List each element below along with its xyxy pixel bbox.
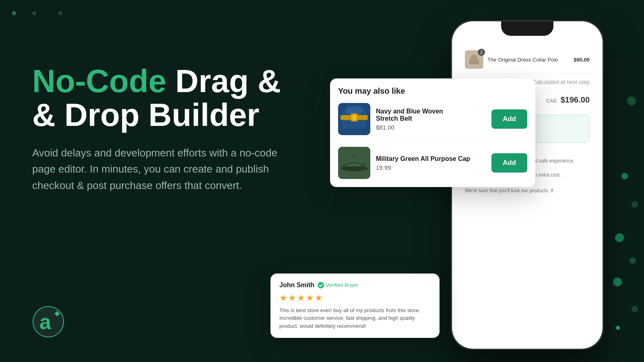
cap-product-name: Military Green All Purpose Cap: [376, 155, 486, 162]
belt-product-info: Navy and Blue WovenStretch Belt $81.00: [376, 108, 486, 131]
cart-item-left: 2 The Original Dress Collar Polo: [465, 50, 558, 69]
shipping-value: Calculated at next step: [533, 79, 590, 85]
cap-product-image: [338, 147, 370, 179]
logo: a: [32, 306, 64, 338]
popup-product-1: Navy and Blue WovenStretch Belt $81.00 A…: [338, 103, 527, 141]
belt-product-price: $81.00: [376, 124, 486, 131]
cart-thumb-wrapper: 2: [465, 50, 483, 69]
total-currency: CAD: [546, 98, 557, 104]
belt-product-image: [338, 103, 370, 135]
svg-text:a: a: [39, 310, 52, 333]
svg-rect-12: [346, 106, 362, 114]
cap-add-button[interactable]: Add: [491, 153, 527, 173]
popup-product-2: Military Green All Purpose Cap 19.99 Add: [338, 147, 527, 179]
belt-product-name: Navy and Blue WovenStretch Belt: [376, 108, 486, 122]
cart-badge: 2: [478, 49, 485, 56]
verified-label: Verified Buyer: [326, 282, 358, 288]
review-card: John Smith Verified Buyer ★★★★★ This is …: [270, 274, 440, 338]
verified-badge: Verified Buyer: [318, 282, 358, 288]
svg-rect-15: [353, 115, 356, 120]
phone-notch: [501, 21, 553, 36]
you-may-also-like-card: You may also like Navy and Blue WovenStr…: [330, 78, 535, 187]
cart-item-name: The Original Dress Collar Polo: [487, 57, 558, 63]
svg-point-20: [318, 282, 324, 288]
verified-icon: [318, 282, 324, 288]
review-stars: ★★★★★: [279, 293, 431, 303]
cap-product-info: Military Green All Purpose Cap 19.99: [376, 155, 486, 171]
total-value: CAD $196.00: [546, 95, 590, 105]
review-header: John Smith Verified Buyer: [279, 282, 431, 289]
svg-rect-7: [469, 59, 479, 64]
guarantee-desc: We're sure that you'll love our products…: [465, 188, 590, 193]
popup-title: You may also like: [338, 86, 527, 96]
cart-item-price: $95.00: [574, 57, 590, 63]
subtext: Avoid delays and development efforts wit…: [32, 145, 282, 193]
cart-item-row: 2 The Original Dress Collar Polo $95.00: [458, 45, 596, 74]
reviewer-name: John Smith: [279, 282, 314, 289]
belt-add-button[interactable]: Add: [491, 109, 527, 129]
headline-green: No-Code: [32, 63, 166, 99]
total-amount: $196.00: [561, 95, 590, 104]
left-content-area: No-Code Drag && Drop Builder Avoid delay…: [32, 64, 306, 193]
review-text: This is best store ever! buy all of my p…: [279, 306, 431, 330]
cap-product-price: 19.99: [376, 164, 486, 171]
main-headline: No-Code Drag && Drop Builder: [32, 64, 306, 132]
